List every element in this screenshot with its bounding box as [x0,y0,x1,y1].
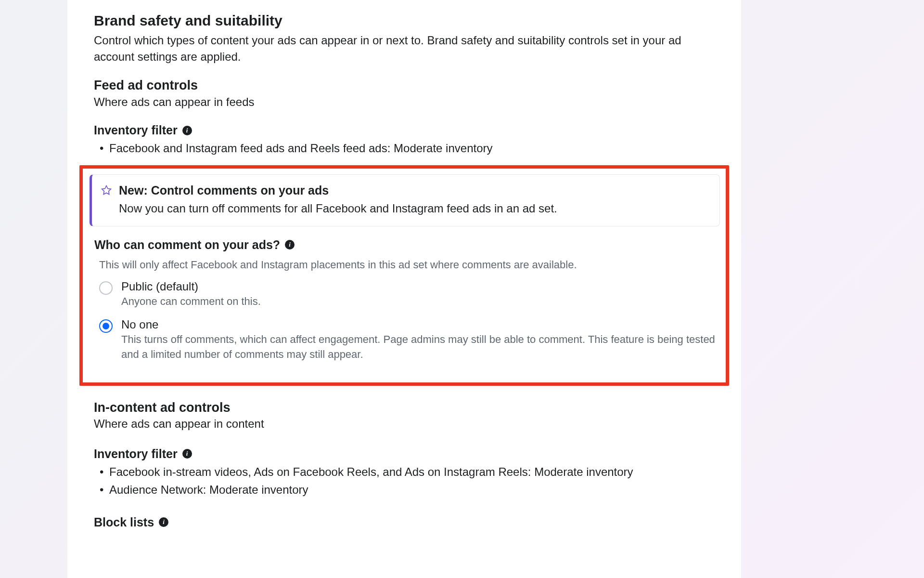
radio-option-noone[interactable]: No one This turns off comments, which ca… [99,318,720,362]
radio-label: No one [121,318,720,331]
in-content-heading: In-content ad controls [94,400,715,415]
highlighted-section: New: Control comments on your ads Now yo… [79,165,729,386]
callout-title: New: Control comments on your ads [119,184,557,197]
inventory-filter-label-2: Inventory filter [94,447,178,461]
list-item: Audience Network: Moderate inventory [104,482,715,498]
list-item: Facebook in-stream videos, Ads on Facebo… [104,464,715,480]
comment-radio-group: Public (default) Anyone can comment on t… [90,280,720,362]
radio-description: Anyone can comment on this. [121,294,261,309]
feed-controls-description: Where ads can appear in feeds [94,95,715,109]
radio-unchecked-icon[interactable] [99,281,113,295]
list-item: Facebook and Instagram feed ads and Reel… [104,140,715,157]
radio-option-public[interactable]: Public (default) Anyone can comment on t… [99,280,720,309]
comment-control-heading: Who can comment on your ads? [94,238,280,252]
star-icon [101,184,112,196]
inventory-filter-label: Inventory filter [94,123,178,137]
info-icon[interactable]: i [182,449,192,459]
comment-control-note: This will only affect Facebook and Insta… [90,258,720,273]
inventory-filter-list-2: Facebook in-stream videos, Ads on Facebo… [104,464,715,498]
radio-checked-icon[interactable] [99,319,113,333]
settings-panel: Brand safety and suitability Control whi… [67,0,741,578]
new-feature-callout: New: Control comments on your ads Now yo… [90,174,720,226]
info-icon[interactable]: i [182,126,192,135]
brand-safety-heading: Brand safety and suitability [94,12,715,29]
radio-label: Public (default) [121,280,261,293]
info-icon[interactable]: i [159,517,168,527]
radio-description: This turns off comments, which can affec… [121,332,720,362]
feed-controls-heading: Feed ad controls [94,78,715,93]
brand-safety-description: Control which types of content your ads … [94,32,715,65]
in-content-description: Where ads can appear in content [94,417,715,431]
callout-description: Now you can turn off comments for all Fa… [119,200,557,217]
block-lists-label: Block lists [94,515,154,529]
inventory-filter-list: Facebook and Instagram feed ads and Reel… [104,140,715,157]
info-icon[interactable]: i [285,240,295,250]
